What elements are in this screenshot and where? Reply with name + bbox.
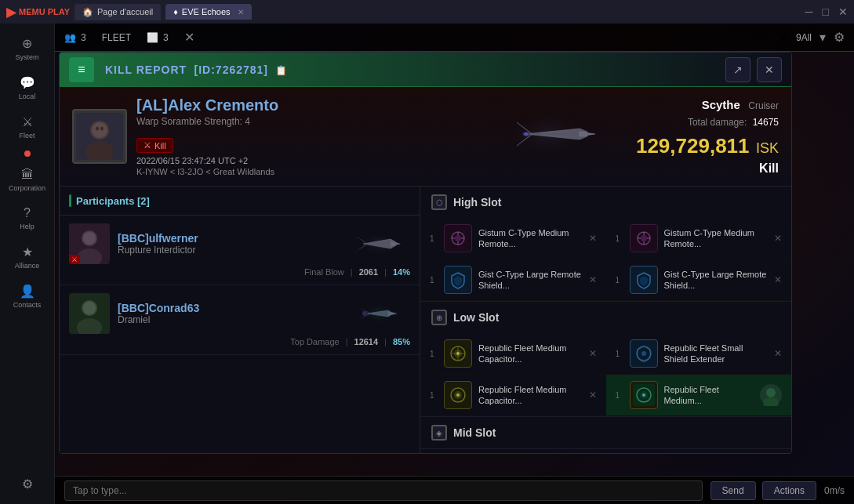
- participant-stats-1: Final Blow | 2061 | 14%: [69, 267, 410, 277]
- module-close-icon[interactable]: ✕: [589, 390, 597, 401]
- participant-ship-2: Dramiel: [118, 314, 340, 325]
- modal-title: KILL REPORT [ID:7262781] 📋: [102, 63, 288, 77]
- module-info: Republic Fleet Medium Capacitor...: [478, 343, 583, 365]
- dropdown-icon[interactable]: ▾: [819, 30, 826, 45]
- left-sidebar: ⊕ System 💬 Local ⚔ Fleet 🏛 Corporation ?…: [0, 24, 55, 504]
- module-participant-avatar: [760, 384, 782, 406]
- participants-header: Participants [2]: [60, 187, 420, 216]
- victim-avatar: [72, 109, 127, 164]
- svg-point-5: [96, 127, 99, 131]
- sidebar-local-label: Local: [19, 92, 36, 100]
- low-slot-title: Low Slot: [453, 311, 499, 324]
- module-icon: [444, 224, 472, 252]
- game-topbar: 👥 3 FLEET ⬜ 3 ✕ ⚔ 9All ▾ ⚙: [55, 24, 854, 52]
- module-num: 1: [616, 350, 623, 358]
- high-slot-grid: 1 Gistum C-Type Medium Remote...: [420, 218, 791, 301]
- modules-panel: ⬡ High Slot 1: [420, 187, 791, 453]
- svg-point-25: [455, 235, 461, 241]
- participant-ulfwerner[interactable]: ⚔ [BBC]ulfwerner Rupture Interdictor: [60, 216, 420, 285]
- participant-details-2: [BBC]Conrad63 Dramiel: [118, 302, 340, 325]
- final-blow-label: Final Blow: [304, 267, 344, 277]
- tab-home-label: Page d'accueil: [97, 7, 153, 16]
- module-close-icon[interactable]: ✕: [774, 348, 782, 359]
- divider4: |: [384, 337, 387, 346]
- module-num: 1: [430, 234, 438, 243]
- kill-badge: ⚔ Kill: [136, 138, 173, 153]
- svg-point-47: [766, 388, 776, 397]
- corp-icon: 🏛: [21, 168, 34, 182]
- sidebar-item-local[interactable]: 💬 Local: [4, 69, 51, 107]
- window-controls: ─ □ ✕: [805, 5, 848, 18]
- svg-point-37: [641, 351, 646, 356]
- participant-conrad63[interactable]: [BBC]Conrad63 Dramiel: [60, 285, 420, 355]
- sidebar-item-settings[interactable]: ⚙: [4, 470, 51, 498]
- tab-home[interactable]: 🏠 Page d'accueil: [74, 4, 161, 20]
- svg-point-45: [642, 393, 645, 397]
- module-item-highlighted: 1 Republic Fleet Medium...: [606, 375, 792, 416]
- tab-close-icon[interactable]: ✕: [238, 8, 244, 16]
- svg-point-4: [92, 122, 107, 138]
- menu-button[interactable]: ≡: [69, 57, 94, 82]
- fleet-members-icon: 👥 3: [64, 32, 86, 43]
- module-info: Republic Fleet Small Shield Extender: [664, 343, 769, 365]
- logo-text: MEMU PLAY: [19, 7, 70, 16]
- low-slot-icon: ⊕: [431, 310, 447, 325]
- participants-title: Participants [2]: [76, 195, 150, 207]
- module-num: 1: [616, 391, 623, 400]
- chat-input[interactable]: [64, 480, 703, 501]
- ship-image: [478, 95, 619, 173]
- high-slot-title: High Slot: [453, 196, 501, 208]
- module-close-icon[interactable]: ✕: [589, 233, 597, 244]
- contacts-icon: 👤: [20, 284, 35, 299]
- tab-eve[interactable]: ♦ EVE Echoes ✕: [165, 4, 251, 20]
- filter-label: 9All: [796, 32, 812, 43]
- module-name: Republic Fleet Medium Capacitor...: [478, 384, 583, 407]
- isk-speed-display: 0m/s: [824, 485, 845, 496]
- module-info: Republic Fleet Medium...: [664, 384, 754, 407]
- filter-icon[interactable]: ⚙: [834, 30, 845, 45]
- svg-point-41: [456, 393, 460, 397]
- module-close-icon[interactable]: ✕: [774, 274, 782, 285]
- send-button[interactable]: Send: [710, 481, 756, 500]
- fleet-label[interactable]: FLEET: [102, 32, 131, 43]
- damage-label: Total damage: 14675: [636, 117, 779, 128]
- sidebar-item-system[interactable]: ⊕ System: [4, 30, 51, 67]
- divider: |: [351, 267, 353, 277]
- svg-point-22: [362, 311, 367, 316]
- bracket-icon: ⬜: [147, 32, 158, 43]
- participant-avatar-2: [69, 293, 110, 334]
- minimize-icon[interactable]: ─: [805, 5, 813, 18]
- sidebar-item-alliance[interactable]: ★ Alliance: [4, 238, 51, 276]
- sidebar-item-fleet[interactable]: ⚔ Fleet: [4, 108, 51, 146]
- restore-icon[interactable]: □: [823, 5, 829, 18]
- modal-actions: ↗ ✕: [725, 57, 782, 82]
- close-modal-button[interactable]: ✕: [757, 57, 782, 82]
- kill-type: Kill: [636, 161, 779, 176]
- participant-stats-2: Top Damage | 12614 | 85%: [69, 337, 410, 346]
- sidebar-item-help[interactable]: ? Help: [4, 200, 51, 237]
- actions-button[interactable]: Actions: [762, 481, 816, 500]
- sidebar-corp-label: Corporation: [9, 184, 45, 192]
- close-icon[interactable]: ✕: [838, 5, 848, 18]
- copy-icon[interactable]: 📋: [275, 65, 288, 76]
- sidebar-item-contacts[interactable]: 👤 Contacts: [4, 277, 51, 315]
- participant-ship-1: Rupture Interdictor: [118, 245, 340, 256]
- module-icon: [444, 266, 472, 294]
- high-slot-icon: ⬡: [431, 194, 447, 210]
- tab-eve-label: EVE Echoes: [182, 7, 231, 16]
- module-name: Republic Fleet Medium...: [664, 384, 754, 407]
- module-close-icon[interactable]: ✕: [589, 274, 597, 285]
- damage-stat-2: 12614: [354, 337, 379, 346]
- sidebar-item-corporation[interactable]: 🏛 Corporation: [4, 161, 51, 198]
- participant-avatar-1: ⚔: [69, 223, 110, 264]
- sidebar-system-label: System: [15, 53, 38, 61]
- taskbar: ▶ MEMU PLAY 🏠 Page d'accueil ♦ EVE Echoe…: [0, 0, 854, 24]
- fleet-close-btn[interactable]: ✕: [184, 30, 194, 45]
- module-close-icon[interactable]: ✕: [589, 348, 597, 359]
- high-slot-header: ⬡ High Slot: [420, 187, 791, 218]
- module-close-icon[interactable]: ✕: [774, 233, 782, 244]
- svg-point-28: [641, 235, 647, 241]
- isk-value: 129,729,811: [636, 134, 750, 158]
- module-info: Gist C-Type Large Remote Shield...: [664, 269, 769, 292]
- share-button[interactable]: ↗: [725, 57, 750, 82]
